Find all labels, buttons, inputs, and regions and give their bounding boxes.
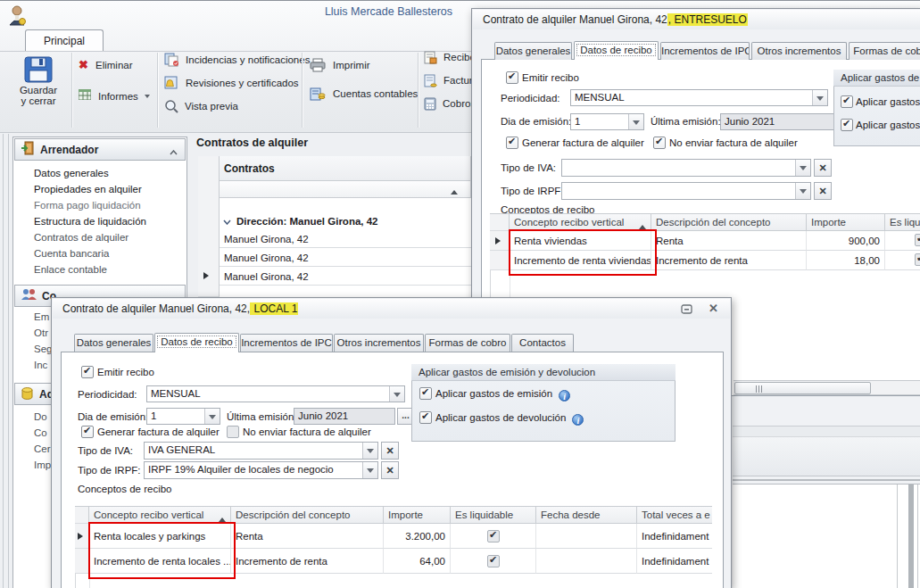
- liquidable-checkbox[interactable]: [487, 555, 500, 567]
- dropdown-icon[interactable]: [628, 114, 643, 129]
- dropdown-icon[interactable]: [812, 90, 827, 105]
- sidebar-item-forma-pago[interactable]: Forma pago liquidación: [34, 200, 141, 211]
- dropdown-icon[interactable]: [389, 386, 404, 402]
- tipo-irpf-clear-button[interactable]: ✕: [814, 182, 832, 200]
- incidents-button[interactable]: Incidencias y notificaciones: [164, 53, 310, 69]
- reports-button[interactable]: Informes: [79, 89, 150, 102]
- sidebar-item-frag[interactable]: Imp: [34, 460, 51, 470]
- cell-importe[interactable]: 18,00: [807, 251, 885, 270]
- grid-group-row[interactable]: Dirección: Manuel Girona, 42: [220, 213, 471, 229]
- cell-concepto[interactable]: Incremento de renta locales ...: [89, 549, 231, 574]
- tab-incrementos-ipc[interactable]: Incrementos de IPC: [660, 42, 750, 60]
- generar-factura-checkbox[interactable]: [81, 426, 94, 438]
- tipo-iva-combo[interactable]: IVA GENERAL: [144, 442, 378, 460]
- dropdown-icon[interactable]: [795, 183, 810, 199]
- tipo-irpf-clear-button[interactable]: ✕: [381, 461, 399, 479]
- liquidable-checkbox[interactable]: [915, 234, 920, 246]
- col-descripcion[interactable]: Descripción del concepto: [231, 506, 384, 524]
- contract-row[interactable]: Manuel Girona, 42: [220, 229, 471, 248]
- contract-row[interactable]: Manuel Girona, 42: [220, 267, 471, 286]
- sidebar-item-propiedades[interactable]: Propiedades en alquiler: [34, 184, 142, 195]
- info-icon[interactable]: i: [572, 414, 584, 426]
- dropdown-icon[interactable]: [795, 160, 810, 176]
- delete-button[interactable]: ✖ Eliminar: [79, 58, 133, 71]
- aplicar-gastos-devolucion-checkbox[interactable]: [419, 411, 432, 424]
- no-enviar-factura-checkbox[interactable]: [227, 426, 239, 438]
- tab-datos-generales[interactable]: Datos generales: [494, 42, 572, 60]
- revisions-button[interactable]: Revisiones y certificados: [164, 76, 299, 92]
- print-button[interactable]: Imprimir: [310, 58, 370, 74]
- dia-emision-combo[interactable]: 1: [146, 408, 220, 425]
- cell-fecha-desde[interactable]: [536, 549, 637, 574]
- info-icon[interactable]: i: [559, 390, 570, 402]
- tab-incrementos-ipc[interactable]: Incrementos de IPC: [240, 334, 333, 352]
- dia-emision-combo[interactable]: 1: [570, 113, 644, 130]
- restore-window-icon[interactable]: [681, 304, 692, 316]
- vertical-scrollbar[interactable]: [908, 484, 914, 588]
- cell-importe[interactable]: 3.200,00: [384, 524, 451, 549]
- sidebar-item-frag[interactable]: Otr: [34, 327, 48, 338]
- tab-otros-incrementos[interactable]: Otros incrementos: [751, 42, 847, 60]
- no-enviar-factura-checkbox[interactable]: [653, 137, 666, 149]
- liquidable-checkbox[interactable]: [487, 530, 500, 542]
- cell-concepto[interactable]: Incremento de renta viviendas: [510, 251, 651, 270]
- sidebar-item-frag[interactable]: Co: [34, 427, 47, 438]
- cell-descripcion[interactable]: Incremento de renta: [651, 251, 807, 270]
- cell-es-liquidable[interactable]: [885, 251, 920, 270]
- cell-es-liquidable[interactable]: [451, 524, 536, 549]
- dropdown-icon[interactable]: [362, 462, 377, 478]
- cell-importe[interactable]: 64,00: [384, 549, 451, 574]
- col-importe[interactable]: Importe: [384, 506, 451, 524]
- cell-concepto[interactable]: Renta locales y parkings: [89, 524, 231, 549]
- cell-es-liquidable[interactable]: [885, 231, 920, 251]
- contract-row[interactable]: Manuel Girona, 42: [220, 248, 471, 267]
- tab-datos-de-recibo[interactable]: Datos de recibo: [154, 333, 239, 352]
- cell-importe[interactable]: 900,00: [807, 231, 885, 251]
- col-importe[interactable]: Importe: [807, 213, 885, 231]
- dropdown-icon[interactable]: [204, 409, 220, 424]
- aplicar-gastos-emision-checkbox[interactable]: [841, 95, 853, 108]
- col-descripcion[interactable]: Descripción del concepto: [651, 213, 807, 231]
- periodicidad-combo[interactable]: MENSUAL: [146, 385, 405, 402]
- sidebar-item-frag[interactable]: Do: [34, 411, 47, 422]
- contracts-column-header[interactable]: [220, 181, 471, 198]
- cell-total-veces[interactable]: Indefinidament: [637, 524, 712, 549]
- sidebar-item-contratos[interactable]: Contratos de alquiler: [34, 232, 128, 243]
- chevron-down-icon[interactable]: [223, 216, 231, 227]
- scrollbar-thumb[interactable]: [734, 382, 871, 394]
- sidebar-item-estructura[interactable]: Estructura de liquidación: [34, 216, 146, 227]
- col-concepto[interactable]: Concepto recibo vertical: [510, 213, 651, 231]
- cell-concepto[interactable]: Renta viviendas: [510, 231, 651, 251]
- cell-descripcion[interactable]: Renta: [651, 231, 807, 251]
- cell-descripcion[interactable]: Renta: [231, 524, 384, 549]
- dropdown-icon[interactable]: [362, 443, 377, 459]
- close-window-icon[interactable]: ✕: [709, 303, 718, 313]
- window-local1-titlebar[interactable]: Contrato de alquiler Manuel Girona, 42, …: [53, 299, 730, 319]
- tab-datos-de-recibo[interactable]: Datos de recibo: [574, 41, 659, 60]
- aplicar-gastos-devolucion-checkbox[interactable]: [841, 119, 853, 131]
- tab-otros-incrementos[interactable]: Otros incrementos: [334, 334, 424, 352]
- accounts-button[interactable]: Cuentas contables: [310, 87, 418, 103]
- col-concepto[interactable]: Concepto recibo vertical: [89, 506, 231, 524]
- sidebar-group-arrendador[interactable]: Arrendador: [14, 138, 186, 161]
- generar-factura-checkbox[interactable]: [506, 137, 518, 149]
- col-es-liquidable[interactable]: Es liquidable: [451, 506, 536, 524]
- tipo-iva-clear-button[interactable]: ✕: [381, 442, 399, 460]
- sidebar-item-cuenta-bancaria[interactable]: Cuenta bancaria: [34, 248, 109, 259]
- cell-descripcion[interactable]: Incremento de renta: [231, 549, 384, 574]
- liquidable-checkbox[interactable]: [915, 253, 920, 266]
- col-fecha-desde[interactable]: Fecha desde: [536, 506, 637, 524]
- tipo-irpf-combo[interactable]: [561, 182, 811, 200]
- tab-formas-de-cobro[interactable]: Formas de cobro: [425, 334, 510, 352]
- sidebar-item-datos-generales[interactable]: Datos generales: [34, 168, 109, 178]
- tipo-iva-clear-button[interactable]: ✕: [814, 159, 832, 177]
- window-entresuelo-titlebar[interactable]: Contrato de alquiler Manuel Girona, 42, …: [473, 10, 920, 29]
- cell-fecha-desde[interactable]: [536, 524, 637, 549]
- cell-total-veces[interactable]: Indefinidament: [637, 549, 712, 574]
- periodicidad-combo[interactable]: MENSUAL: [570, 89, 828, 106]
- preview-button[interactable]: Vista previa: [164, 99, 238, 115]
- col-es-liquidable[interactable]: Es liquidab: [885, 213, 920, 231]
- contracts-grid-title[interactable]: Contratos: [220, 156, 471, 181]
- aplicar-gastos-emision-checkbox[interactable]: [419, 387, 432, 400]
- emitir-recibo-checkbox[interactable]: [81, 366, 94, 378]
